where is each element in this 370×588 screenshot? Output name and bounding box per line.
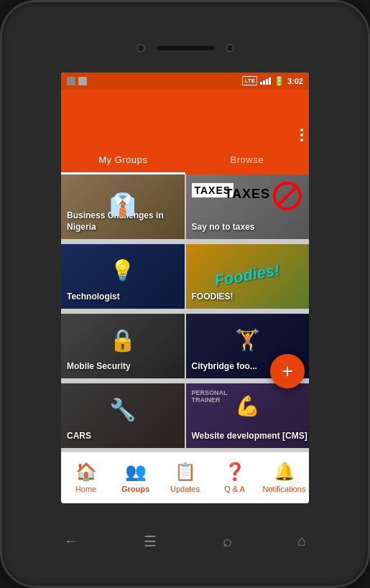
signal-bars [260, 78, 271, 85]
signal-bar-3 [266, 79, 268, 85]
menu-dot-3 [300, 139, 303, 141]
camera-dot-right [226, 44, 234, 52]
no-taxes-icon [273, 182, 302, 210]
foodies-overlay-text: Foodies! [213, 260, 282, 290]
groups-grid: Business Challenges in Nigeria TAXES Say… [61, 174, 309, 452]
nav-label-qa: Q & A [224, 485, 245, 493]
group-label-taxes: Say no to taxes [192, 222, 255, 233]
fab-plus-icon: + [282, 360, 293, 383]
overflow-menu-button[interactable] [300, 129, 303, 141]
list-item[interactable]: PERSONALTRAINER Website development [CMS… [186, 383, 310, 448]
camera-dot-left [137, 44, 145, 52]
updates-icon: 📋 [175, 462, 196, 482]
status-right: LTE 🔋 3:02 [242, 76, 303, 86]
groups-icon: 👥 [125, 462, 147, 482]
search-button[interactable]: ⌕ [223, 532, 232, 551]
list-item[interactable]: TAXES Say no to taxes [186, 174, 310, 239]
battery-icon: 🔋 [274, 76, 285, 86]
app-icon-2 [78, 77, 87, 85]
clock: 3:02 [287, 77, 303, 85]
nav-item-home[interactable]: 🏠 Home [61, 462, 111, 493]
app-icon-1 [67, 77, 75, 85]
menu-dot-2 [300, 134, 303, 136]
nav-item-updates[interactable]: 📋 Updates [160, 462, 210, 493]
menu-button[interactable]: ☰ [144, 533, 157, 550]
signal-bar-4 [269, 78, 271, 85]
list-item[interactable]: Technologist [61, 244, 185, 309]
app-header [61, 90, 309, 147]
phone-hardware-buttons: ← ☰ ⌕ ⌂ [2, 509, 368, 574]
menu-dot-1 [300, 129, 303, 131]
status-bar: LTE 🔋 3:02 [61, 73, 309, 90]
status-icons-left [67, 77, 87, 85]
nav-item-groups[interactable]: 👥 Groups [111, 462, 160, 493]
group-label-tech: Technologist [67, 291, 120, 303]
signal-bar-2 [263, 80, 265, 85]
home-hardware-button[interactable]: ⌂ [297, 533, 306, 549]
bottom-navigation: 🏠 Home 👥 Groups 📋 Updates ❓ Q & A 🔔 Noti… [61, 452, 309, 503]
list-item[interactable]: Mobile Security [61, 314, 185, 378]
group-label-security: Mobile Security [67, 361, 131, 373]
nav-label-home: Home [75, 485, 96, 493]
nav-label-groups: Groups [121, 485, 149, 493]
taxes-text: TAXES [192, 183, 234, 197]
notifications-icon: 🔔 [274, 462, 295, 482]
nav-item-notifications[interactable]: 🔔 Notifications [259, 462, 309, 493]
nav-item-qa[interactable]: ❓ Q & A [210, 462, 259, 493]
nav-label-notifications: Notifications [263, 485, 306, 493]
camera-row [137, 44, 234, 52]
nav-label-updates: Updates [170, 485, 200, 493]
speaker-grille [157, 46, 214, 50]
personal-trainer-badge: PERSONALTRAINER [192, 389, 228, 405]
list-item[interactable]: Foodies! FOODIES! [186, 244, 310, 309]
qa-icon: ❓ [224, 462, 246, 482]
signal-bar-1 [260, 82, 262, 85]
list-item[interactable]: Business Challenges in Nigeria [61, 174, 185, 239]
group-label-citybridge: Citybridge foo... [192, 361, 257, 373]
fab-add-button[interactable]: + [270, 354, 305, 388]
phone-top [2, 15, 368, 73]
tab-browse[interactable]: Browse [185, 147, 310, 174]
lte-badge: LTE [242, 76, 257, 85]
phone-shell: LTE 🔋 3:02 My Groups Browse [0, 0, 370, 588]
group-label-foodies: FOODIES! [192, 291, 233, 303]
list-item[interactable]: CARS [61, 383, 185, 448]
group-label-business: Business Challenges in Nigeria [67, 210, 185, 233]
tab-my-groups[interactable]: My Groups [61, 147, 185, 174]
screen: LTE 🔋 3:02 My Groups Browse [61, 73, 309, 503]
group-label-cars: CARS [67, 431, 91, 442]
home-icon: 🏠 [75, 462, 97, 482]
group-label-website: Website development [CMS] [192, 431, 307, 442]
tab-bar: My Groups Browse [61, 147, 309, 174]
back-button[interactable]: ← [64, 533, 78, 549]
